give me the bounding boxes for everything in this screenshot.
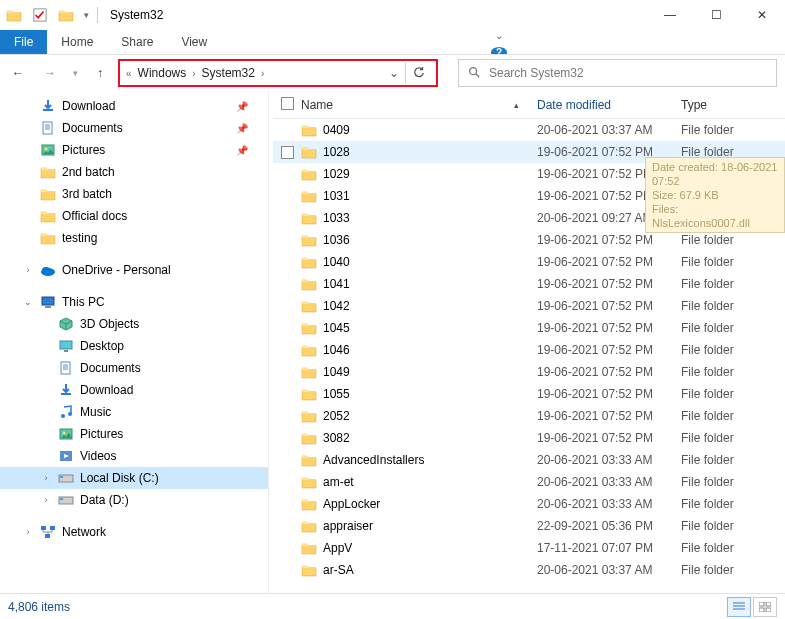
expand-icon[interactable]: ›: [40, 473, 52, 483]
file-row[interactable]: ar-SA20-06-2021 03:37 AMFile folder: [273, 559, 785, 581]
row-checkbox[interactable]: [281, 124, 301, 137]
sidebar-item[interactable]: Desktop: [0, 335, 268, 357]
file-row[interactable]: am-et20-06-2021 03:33 AMFile folder: [273, 471, 785, 493]
row-checkbox[interactable]: [281, 278, 301, 291]
sidebar-item-onedrive[interactable]: ›OneDrive - Personal: [0, 259, 268, 281]
file-row[interactable]: 308219-06-2021 07:52 PMFile folder: [273, 427, 785, 449]
sidebar-item[interactable]: Documents: [0, 357, 268, 379]
qat-properties-icon[interactable]: [32, 7, 48, 23]
file-row[interactable]: 104019-06-2021 07:52 PMFile folder: [273, 251, 785, 273]
tab-share[interactable]: Share: [107, 30, 167, 54]
help-icon[interactable]: ?: [491, 47, 507, 54]
chevron-left-icon[interactable]: «: [124, 68, 134, 79]
breadcrumb-segment[interactable]: Windows: [134, 64, 191, 82]
expand-icon[interactable]: ›: [40, 495, 52, 505]
sidebar-item[interactable]: ›Data (D:): [0, 489, 268, 511]
row-checkbox[interactable]: [281, 190, 301, 203]
sidebar-item[interactable]: Download: [0, 379, 268, 401]
expand-icon[interactable]: ›: [22, 527, 34, 537]
row-checkbox[interactable]: [281, 564, 301, 577]
sidebar-item[interactable]: Music: [0, 401, 268, 423]
row-checkbox[interactable]: [281, 146, 301, 159]
row-checkbox[interactable]: [281, 322, 301, 335]
file-tab[interactable]: File: [0, 30, 47, 54]
file-row[interactable]: 102819-06-2021 07:52 PMFile folder: [273, 141, 785, 163]
file-row[interactable]: AppV17-11-2021 07:07 PMFile folder: [273, 537, 785, 559]
file-row[interactable]: 105519-06-2021 07:52 PMFile folder: [273, 383, 785, 405]
tab-home[interactable]: Home: [47, 30, 107, 54]
close-button[interactable]: ✕: [739, 0, 785, 30]
recent-locations-icon[interactable]: ▾: [68, 59, 82, 87]
qat-dropdown-icon[interactable]: ▾: [84, 10, 89, 20]
sidebar-item[interactable]: Official docs: [0, 205, 268, 227]
tab-view[interactable]: View: [167, 30, 221, 54]
column-date[interactable]: Date modified: [537, 98, 681, 112]
details-view-button[interactable]: [727, 597, 751, 617]
row-checkbox[interactable]: [281, 168, 301, 181]
file-row[interactable]: 104919-06-2021 07:52 PMFile folder: [273, 361, 785, 383]
sidebar-item[interactable]: Documents📌: [0, 117, 268, 139]
row-checkbox[interactable]: [281, 542, 301, 555]
refresh-button[interactable]: [405, 63, 432, 83]
chevron-right-icon[interactable]: ›: [259, 68, 266, 79]
ribbon-expand-icon[interactable]: ⌄: [495, 30, 503, 41]
collapse-icon[interactable]: ⌄: [22, 297, 34, 307]
row-checkbox[interactable]: [281, 212, 301, 225]
file-row[interactable]: 102919-06-2021 07:52 PMFile folder: [273, 163, 785, 185]
minimize-button[interactable]: —: [647, 0, 693, 30]
expand-icon[interactable]: ›: [22, 265, 34, 275]
select-all-checkbox[interactable]: [281, 97, 301, 113]
file-row[interactable]: 104519-06-2021 07:52 PMFile folder: [273, 317, 785, 339]
row-checkbox[interactable]: [281, 410, 301, 423]
breadcrumb-segment[interactable]: System32: [198, 64, 259, 82]
row-checkbox[interactable]: [281, 300, 301, 313]
address-dropdown-icon[interactable]: ⌄: [383, 66, 405, 80]
file-row[interactable]: 104219-06-2021 07:52 PMFile folder: [273, 295, 785, 317]
file-row[interactable]: 103619-06-2021 07:52 PMFile folder: [273, 229, 785, 251]
sidebar-item[interactable]: Download📌: [0, 95, 268, 117]
file-row[interactable]: AdvancedInstallers20-06-2021 03:33 AMFil…: [273, 449, 785, 471]
file-list[interactable]: 040920-06-2021 03:37 AMFile folder102819…: [273, 119, 785, 593]
sidebar-item[interactable]: Pictures: [0, 423, 268, 445]
large-icons-view-button[interactable]: [753, 597, 777, 617]
sidebar-item[interactable]: testing: [0, 227, 268, 249]
up-button[interactable]: ↑: [86, 59, 114, 87]
nav-sidebar[interactable]: Download📌Documents📌Pictures📌2nd batch3rd…: [0, 91, 268, 593]
sidebar-item[interactable]: 3rd batch: [0, 183, 268, 205]
row-checkbox[interactable]: [281, 388, 301, 401]
row-checkbox[interactable]: [281, 432, 301, 445]
row-checkbox[interactable]: [281, 454, 301, 467]
search-input[interactable]: Search System32: [458, 59, 777, 87]
sidebar-item-thispc[interactable]: ⌄This PC: [0, 291, 268, 313]
3d-icon: [58, 316, 74, 332]
pin-icon: 📌: [236, 145, 248, 156]
row-checkbox[interactable]: [281, 476, 301, 489]
row-checkbox[interactable]: [281, 498, 301, 511]
sidebar-item[interactable]: Videos: [0, 445, 268, 467]
row-checkbox[interactable]: [281, 256, 301, 269]
maximize-button[interactable]: ☐: [693, 0, 739, 30]
column-name[interactable]: Name▴: [301, 98, 537, 112]
sidebar-item[interactable]: 3D Objects: [0, 313, 268, 335]
sidebar-item[interactable]: Pictures📌: [0, 139, 268, 161]
column-type[interactable]: Type: [681, 98, 785, 112]
sidebar-item-network[interactable]: ›Network: [0, 521, 268, 543]
forward-button[interactable]: →: [36, 59, 64, 87]
file-row[interactable]: 103320-06-2021 09:27 AMFile folder: [273, 207, 785, 229]
chevron-right-icon[interactable]: ›: [190, 68, 197, 79]
back-button[interactable]: ←: [4, 59, 32, 87]
file-row[interactable]: AppLocker20-06-2021 03:33 AMFile folder: [273, 493, 785, 515]
file-row[interactable]: 104619-06-2021 07:52 PMFile folder: [273, 339, 785, 361]
sidebar-item[interactable]: ›Local Disk (C:): [0, 467, 268, 489]
row-checkbox[interactable]: [281, 520, 301, 533]
file-row[interactable]: 205219-06-2021 07:52 PMFile folder: [273, 405, 785, 427]
sidebar-item[interactable]: 2nd batch: [0, 161, 268, 183]
file-row[interactable]: 104119-06-2021 07:52 PMFile folder: [273, 273, 785, 295]
file-row[interactable]: 103119-06-2021 07:52 PMFile folder: [273, 185, 785, 207]
row-checkbox[interactable]: [281, 234, 301, 247]
row-checkbox[interactable]: [281, 366, 301, 379]
file-row[interactable]: 040920-06-2021 03:37 AMFile folder: [273, 119, 785, 141]
row-checkbox[interactable]: [281, 344, 301, 357]
address-bar[interactable]: « Windows › System32 › ⌄: [118, 59, 438, 87]
file-row[interactable]: appraiser22-09-2021 05:36 PMFile folder: [273, 515, 785, 537]
